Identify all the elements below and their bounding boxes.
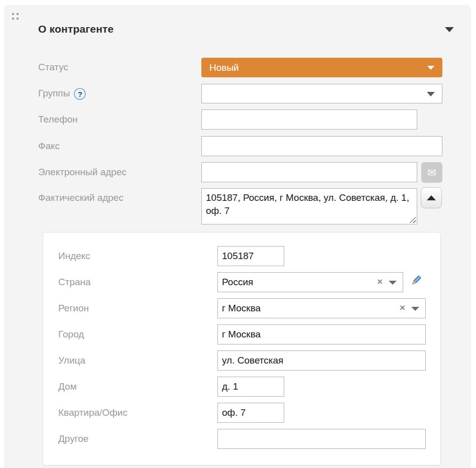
city-input[interactable] bbox=[217, 324, 426, 344]
phone-input[interactable] bbox=[201, 109, 417, 130]
section-collapse-chevron-down-icon[interactable] bbox=[445, 27, 454, 32]
other-input[interactable] bbox=[217, 429, 426, 449]
country-combobox: × bbox=[217, 272, 403, 292]
section-card: О контрагенте Статус Новый Группы? Телеф… bbox=[4, 5, 471, 468]
section-title: О контрагенте bbox=[38, 23, 113, 35]
city-label: Город bbox=[58, 329, 84, 340]
status-label: Статус bbox=[38, 62, 68, 73]
street-input[interactable] bbox=[217, 350, 426, 371]
address-collapse-button[interactable] bbox=[421, 187, 442, 208]
house-input[interactable] bbox=[217, 377, 284, 397]
status-dropdown[interactable]: Новый bbox=[201, 58, 442, 77]
pencil-icon bbox=[409, 274, 422, 287]
country-input[interactable] bbox=[218, 273, 373, 292]
actual-address-textarea[interactable]: 105187, Россия, г Москва, ул. Советская,… bbox=[201, 188, 417, 224]
region-label: Регион bbox=[58, 303, 89, 314]
index-input[interactable] bbox=[217, 246, 284, 266]
other-label: Другое bbox=[58, 433, 88, 444]
groups-label: Группы? bbox=[38, 88, 86, 100]
region-input[interactable] bbox=[218, 299, 395, 318]
house-label: Дом bbox=[58, 381, 77, 392]
drag-handle-icon[interactable] bbox=[12, 13, 20, 21]
groups-label-text: Группы bbox=[38, 88, 70, 98]
help-icon[interactable]: ? bbox=[74, 88, 86, 100]
email-input[interactable] bbox=[201, 162, 417, 182]
region-combobox: × bbox=[217, 298, 426, 318]
envelope-icon: ✉ bbox=[427, 167, 436, 178]
chevron-up-icon bbox=[427, 195, 436, 200]
country-label: Страна bbox=[58, 277, 91, 288]
groups-dropdown[interactable] bbox=[201, 84, 442, 103]
apartment-label: Квартира/Офис bbox=[58, 407, 128, 418]
clear-icon[interactable]: × bbox=[400, 302, 405, 313]
actual-address-field: 105187, Россия, г Москва, ул. Советская,… bbox=[201, 188, 417, 224]
phone-label: Телефон bbox=[38, 114, 78, 125]
street-label: Улица bbox=[58, 355, 85, 366]
chevron-down-icon bbox=[427, 92, 435, 96]
chevron-down-icon[interactable] bbox=[411, 307, 419, 311]
email-label: Электронный адрес bbox=[38, 167, 127, 178]
fax-input[interactable] bbox=[201, 136, 442, 156]
index-label: Индекс bbox=[58, 251, 90, 262]
clear-icon[interactable]: × bbox=[377, 276, 383, 287]
chevron-down-icon bbox=[427, 66, 434, 70]
actual-address-label: Фактический адрес bbox=[38, 192, 124, 203]
apartment-input[interactable] bbox=[217, 403, 284, 423]
edit-country-button[interactable] bbox=[409, 274, 422, 287]
fax-label: Факс bbox=[38, 141, 60, 152]
send-email-button[interactable]: ✉ bbox=[421, 162, 442, 183]
status-value: Новый bbox=[201, 62, 239, 73]
counterparty-section: О контрагенте Статус Новый Группы? Телеф… bbox=[0, 0, 476, 468]
chevron-down-icon[interactable] bbox=[389, 281, 397, 285]
